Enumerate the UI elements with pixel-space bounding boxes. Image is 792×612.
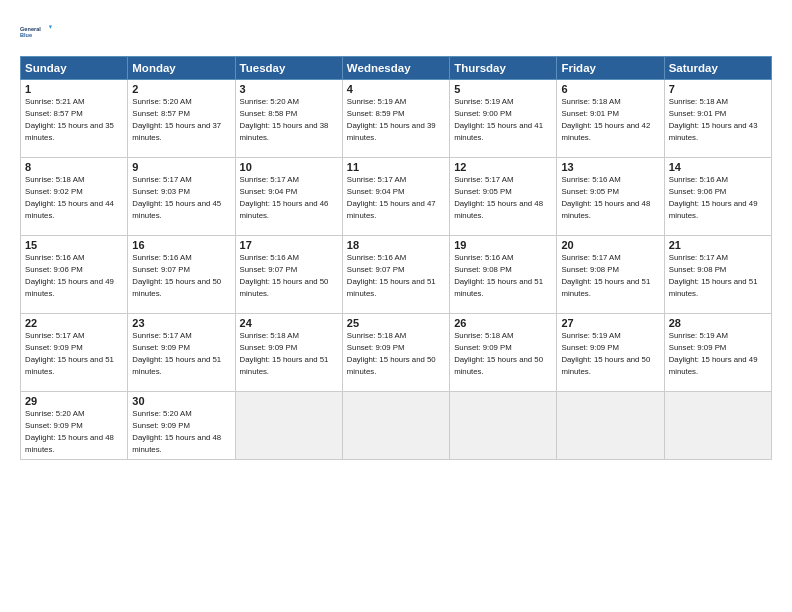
day-info: Sunrise: 5:20 AMSunset: 9:09 PMDaylight:… xyxy=(132,409,221,454)
day-number: 25 xyxy=(347,317,445,329)
table-row: 30Sunrise: 5:20 AMSunset: 9:09 PMDayligh… xyxy=(128,392,235,460)
day-info: Sunrise: 5:17 AMSunset: 9:03 PMDaylight:… xyxy=(132,175,221,220)
table-row: 25Sunrise: 5:18 AMSunset: 9:09 PMDayligh… xyxy=(342,314,449,392)
day-number: 10 xyxy=(240,161,338,173)
day-number: 21 xyxy=(669,239,767,251)
day-number: 26 xyxy=(454,317,552,329)
table-row: 24Sunrise: 5:18 AMSunset: 9:09 PMDayligh… xyxy=(235,314,342,392)
header: General Blue xyxy=(20,16,772,48)
col-header-tuesday: Tuesday xyxy=(235,57,342,80)
day-info: Sunrise: 5:18 AMSunset: 9:09 PMDaylight:… xyxy=(347,331,436,376)
table-row: 4Sunrise: 5:19 AMSunset: 8:59 PMDaylight… xyxy=(342,80,449,158)
day-info: Sunrise: 5:18 AMSunset: 9:01 PMDaylight:… xyxy=(561,97,650,142)
col-header-wednesday: Wednesday xyxy=(342,57,449,80)
table-row: 9Sunrise: 5:17 AMSunset: 9:03 PMDaylight… xyxy=(128,158,235,236)
day-info: Sunrise: 5:18 AMSunset: 9:02 PMDaylight:… xyxy=(25,175,114,220)
day-number: 12 xyxy=(454,161,552,173)
col-header-saturday: Saturday xyxy=(664,57,771,80)
table-row: 3Sunrise: 5:20 AMSunset: 8:58 PMDaylight… xyxy=(235,80,342,158)
calendar-page: General Blue SundayMondayTuesdayWednesda… xyxy=(0,0,792,612)
day-info: Sunrise: 5:16 AMSunset: 9:05 PMDaylight:… xyxy=(561,175,650,220)
day-info: Sunrise: 5:20 AMSunset: 8:57 PMDaylight:… xyxy=(132,97,221,142)
day-number: 1 xyxy=(25,83,123,95)
table-row: 17Sunrise: 5:16 AMSunset: 9:07 PMDayligh… xyxy=(235,236,342,314)
table-row: 15Sunrise: 5:16 AMSunset: 9:06 PMDayligh… xyxy=(21,236,128,314)
svg-text:Blue: Blue xyxy=(20,32,32,38)
svg-text:General: General xyxy=(20,26,41,32)
day-number: 24 xyxy=(240,317,338,329)
table-row: 6Sunrise: 5:18 AMSunset: 9:01 PMDaylight… xyxy=(557,80,664,158)
col-header-friday: Friday xyxy=(557,57,664,80)
day-info: Sunrise: 5:16 AMSunset: 9:06 PMDaylight:… xyxy=(669,175,758,220)
table-row: 19Sunrise: 5:16 AMSunset: 9:08 PMDayligh… xyxy=(450,236,557,314)
day-number: 18 xyxy=(347,239,445,251)
table-row: 7Sunrise: 5:18 AMSunset: 9:01 PMDaylight… xyxy=(664,80,771,158)
table-row: 21Sunrise: 5:17 AMSunset: 9:08 PMDayligh… xyxy=(664,236,771,314)
table-row: 16Sunrise: 5:16 AMSunset: 9:07 PMDayligh… xyxy=(128,236,235,314)
day-info: Sunrise: 5:18 AMSunset: 9:09 PMDaylight:… xyxy=(240,331,329,376)
table-row xyxy=(664,392,771,460)
table-row xyxy=(235,392,342,460)
day-number: 22 xyxy=(25,317,123,329)
day-info: Sunrise: 5:21 AMSunset: 8:57 PMDaylight:… xyxy=(25,97,114,142)
day-number: 28 xyxy=(669,317,767,329)
table-row: 8Sunrise: 5:18 AMSunset: 9:02 PMDaylight… xyxy=(21,158,128,236)
day-info: Sunrise: 5:17 AMSunset: 9:04 PMDaylight:… xyxy=(347,175,436,220)
day-number: 2 xyxy=(132,83,230,95)
day-number: 14 xyxy=(669,161,767,173)
table-row: 14Sunrise: 5:16 AMSunset: 9:06 PMDayligh… xyxy=(664,158,771,236)
day-number: 11 xyxy=(347,161,445,173)
day-info: Sunrise: 5:19 AMSunset: 8:59 PMDaylight:… xyxy=(347,97,436,142)
table-row: 18Sunrise: 5:16 AMSunset: 9:07 PMDayligh… xyxy=(342,236,449,314)
col-header-thursday: Thursday xyxy=(450,57,557,80)
day-number: 7 xyxy=(669,83,767,95)
day-number: 3 xyxy=(240,83,338,95)
day-number: 16 xyxy=(132,239,230,251)
table-row xyxy=(450,392,557,460)
day-info: Sunrise: 5:19 AMSunset: 9:09 PMDaylight:… xyxy=(669,331,758,376)
day-number: 20 xyxy=(561,239,659,251)
table-row xyxy=(557,392,664,460)
day-info: Sunrise: 5:16 AMSunset: 9:07 PMDaylight:… xyxy=(240,253,329,298)
logo-icon: General Blue xyxy=(20,16,52,48)
table-row: 13Sunrise: 5:16 AMSunset: 9:05 PMDayligh… xyxy=(557,158,664,236)
table-row: 22Sunrise: 5:17 AMSunset: 9:09 PMDayligh… xyxy=(21,314,128,392)
day-info: Sunrise: 5:19 AMSunset: 9:00 PMDaylight:… xyxy=(454,97,543,142)
day-info: Sunrise: 5:17 AMSunset: 9:08 PMDaylight:… xyxy=(669,253,758,298)
day-info: Sunrise: 5:18 AMSunset: 9:09 PMDaylight:… xyxy=(454,331,543,376)
col-header-sunday: Sunday xyxy=(21,57,128,80)
table-row: 5Sunrise: 5:19 AMSunset: 9:00 PMDaylight… xyxy=(450,80,557,158)
day-number: 13 xyxy=(561,161,659,173)
logo: General Blue xyxy=(20,16,56,48)
table-row: 27Sunrise: 5:19 AMSunset: 9:09 PMDayligh… xyxy=(557,314,664,392)
day-info: Sunrise: 5:16 AMSunset: 9:08 PMDaylight:… xyxy=(454,253,543,298)
day-number: 6 xyxy=(561,83,659,95)
table-row: 1Sunrise: 5:21 AMSunset: 8:57 PMDaylight… xyxy=(21,80,128,158)
table-row: 2Sunrise: 5:20 AMSunset: 8:57 PMDaylight… xyxy=(128,80,235,158)
day-info: Sunrise: 5:19 AMSunset: 9:09 PMDaylight:… xyxy=(561,331,650,376)
day-info: Sunrise: 5:17 AMSunset: 9:05 PMDaylight:… xyxy=(454,175,543,220)
day-number: 17 xyxy=(240,239,338,251)
day-number: 27 xyxy=(561,317,659,329)
table-row: 20Sunrise: 5:17 AMSunset: 9:08 PMDayligh… xyxy=(557,236,664,314)
day-info: Sunrise: 5:20 AMSunset: 8:58 PMDaylight:… xyxy=(240,97,329,142)
day-info: Sunrise: 5:17 AMSunset: 9:09 PMDaylight:… xyxy=(25,331,114,376)
day-number: 30 xyxy=(132,395,230,407)
day-number: 23 xyxy=(132,317,230,329)
col-header-monday: Monday xyxy=(128,57,235,80)
day-info: Sunrise: 5:17 AMSunset: 9:08 PMDaylight:… xyxy=(561,253,650,298)
day-info: Sunrise: 5:16 AMSunset: 9:06 PMDaylight:… xyxy=(25,253,114,298)
svg-marker-2 xyxy=(49,26,52,29)
table-row: 29Sunrise: 5:20 AMSunset: 9:09 PMDayligh… xyxy=(21,392,128,460)
day-info: Sunrise: 5:16 AMSunset: 9:07 PMDaylight:… xyxy=(132,253,221,298)
calendar-table: SundayMondayTuesdayWednesdayThursdayFrid… xyxy=(20,56,772,460)
day-info: Sunrise: 5:20 AMSunset: 9:09 PMDaylight:… xyxy=(25,409,114,454)
table-row: 26Sunrise: 5:18 AMSunset: 9:09 PMDayligh… xyxy=(450,314,557,392)
table-row: 11Sunrise: 5:17 AMSunset: 9:04 PMDayligh… xyxy=(342,158,449,236)
day-number: 15 xyxy=(25,239,123,251)
day-info: Sunrise: 5:16 AMSunset: 9:07 PMDaylight:… xyxy=(347,253,436,298)
table-row xyxy=(342,392,449,460)
day-number: 29 xyxy=(25,395,123,407)
day-info: Sunrise: 5:18 AMSunset: 9:01 PMDaylight:… xyxy=(669,97,758,142)
day-info: Sunrise: 5:17 AMSunset: 9:04 PMDaylight:… xyxy=(240,175,329,220)
